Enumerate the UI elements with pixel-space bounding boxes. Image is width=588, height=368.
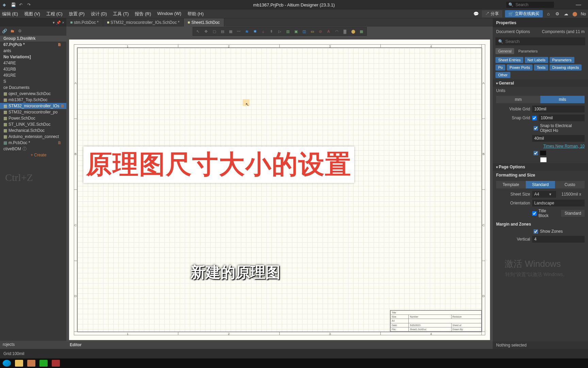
properties-search-input[interactable] [505,39,583,44]
taskbar-wps-icon[interactable] [52,360,60,367]
tree-node-selected[interactable]: ▦ STM32_microcontroller_IOs🗎 [0,103,66,109]
doc-tab[interactable]: stm.PcbDoc * [66,18,103,27]
orientation-combo[interactable]: Landscape [532,200,585,206]
tool-x1-icon[interactable]: ⬤ [349,28,357,35]
pill-net-labels[interactable]: Net Labels [525,57,548,63]
tool-align-icon[interactable]: ▤ [219,28,226,35]
panel-dropdown-icon[interactable]: ▾ [53,20,55,25]
menu-view[interactable]: 视图 (V) [24,11,40,17]
tool-text-icon[interactable]: A [325,28,332,35]
vertical-zones-input[interactable]: 4 [532,236,585,243]
link-icon[interactable]: 🔗 [2,29,7,33]
color-swatch-dark[interactable] [540,151,546,155]
folder-icon[interactable]: 🖿 [11,29,15,33]
tool-sheet-icon[interactable]: ▥ [284,28,292,35]
format-segmented[interactable]: Template Standard Custo [496,181,585,188]
project-node[interactable]: 67.PrjPcb *🗎 [0,42,66,48]
tool-harness-icon[interactable]: ◫ [300,28,308,35]
color-swatch-white[interactable] [540,157,546,162]
tool-distribute-icon[interactable]: ▦ [227,28,234,35]
settings-icon[interactable]: ⚙ [18,29,22,33]
projects-tab-button[interactable]: rojects [0,341,66,349]
global-search[interactable]: 🔍 [506,2,554,8]
visible-grid-input[interactable]: 100mil [532,106,585,112]
tree-node[interactable]: ▦ Power.SchDoc [0,115,66,121]
schematic-canvas[interactable]: 1234 1234 ABCD ABCD ↖ Title SizeNumbe [69,40,490,340]
menu-tools[interactable]: 工具 (T) [113,11,129,17]
save-icon[interactable]: 💾 [11,2,16,7]
tool-comp-icon[interactable]: ▓ [341,28,349,35]
tree-node[interactable]: ▦ ST_LINK_V3E.SchDoc [0,121,66,127]
minimize-button[interactable]: — [576,2,581,8]
pill-texts[interactable]: Texts [534,64,548,71]
tool-move-icon[interactable]: ✥ [202,28,210,35]
menu-project[interactable]: 工程 (C) [46,11,63,17]
panel-close-icon[interactable]: × [62,20,64,25]
pill-drawing[interactable]: Drawing objects [550,64,582,71]
snap-grid-input[interactable]: 100mil [539,114,585,121]
buy-button[interactable]: 🛒 立即在线购买 [505,10,543,17]
tool-power-icon[interactable]: ⇞ [268,28,275,35]
taskbar-wechat-icon[interactable] [39,360,48,367]
tab-parameters[interactable]: Parameters [516,48,540,54]
tool-net-icon[interactable]: ✱ [251,28,259,35]
menu-report[interactable]: 报告 (R) [135,11,151,17]
tool-cursor-icon[interactable]: ↖ [194,28,202,35]
tree-node[interactable]: 431RB [0,66,66,72]
taskbar-edge-icon[interactable] [3,360,11,367]
notif-icon[interactable]: ⬤ [572,11,578,17]
show-zones-check[interactable] [534,229,538,234]
tree-node[interactable]: 491RE [0,72,66,78]
tree-node[interactable]: ▦ Mechanical.SchDoc [0,127,66,134]
undo-icon[interactable]: ↶ [19,2,24,7]
taskbar-explorer-icon[interactable] [15,360,23,367]
menu-design[interactable]: 设计 (D) [91,11,107,17]
tree-node[interactable]: ▦ Arduino_extension_connect [0,134,66,140]
tree-node[interactable]: ▦ STM32_microcontroller_po [0,109,66,115]
font-row[interactable]: Times New Roman, 10 [493,143,588,150]
pill-power-ports[interactable]: Power Ports [507,64,533,71]
doc-tab[interactable]: STM32_microcontroller_IOs.SchDoc * [103,18,184,27]
title-block-check[interactable] [532,211,537,216]
pill-sheet-entries[interactable]: Sheet Entries [495,57,523,63]
pill-ports[interactable]: Po [495,64,505,71]
windows-taskbar[interactable] [0,358,588,368]
menu-window[interactable]: Window (W) [157,11,181,17]
tool-wire-icon[interactable]: 〰 [235,28,243,35]
workspace-node[interactable]: Group 1.DsnWrk [0,35,66,42]
color1-check[interactable] [534,151,538,155]
unit-mm[interactable]: mm [496,96,540,103]
section-general[interactable]: General [493,79,588,87]
sheet-size-combo[interactable]: A4▾ [532,191,556,198]
tool-noerc-icon[interactable]: ⊘ [317,28,324,35]
tree-node[interactable]: ▩ m.PcbDoc *🗎 [0,140,66,146]
seg-standard[interactable]: Standard [526,181,555,188]
pill-parameters[interactable]: Parameters [550,57,574,63]
taskbar-altium-icon[interactable] [27,360,35,367]
tree-node[interactable]: ce Documents [0,85,66,91]
doc-tab-active[interactable]: Sheet1.SchDoc [184,18,224,27]
editor-status-tab[interactable]: Editor [66,341,493,349]
tool-gnd-icon[interactable]: ⏚ [260,28,267,35]
tree-node[interactable]: ▦ oject_overview.SchDoc [0,91,66,97]
tree-node[interactable]: S [0,78,66,85]
properties-search[interactable]: 🔍 [495,37,585,45]
tool-part-icon[interactable]: ▷ [276,28,283,35]
gear-icon[interactable]: ⚙ [554,11,560,17]
comment-icon[interactable]: 💬 [473,11,479,17]
tool-bus-icon[interactable]: ≋ [243,28,251,35]
panel-pin-icon[interactable]: 📌 [56,20,61,25]
menu-place[interactable]: 放置 (P) [69,11,85,17]
seg-template[interactable]: Template [496,181,526,188]
title-block-combo[interactable]: Standard [561,210,585,217]
tree-node[interactable]: ctiveBOM ⓘ [0,146,66,152]
canvas-viewport[interactable]: 1234 1234 ABCD ABCD ↖ Title SizeNumbe [66,36,493,341]
tool-arc-icon[interactable]: ◠ [333,28,341,35]
tool-rect-icon[interactable]: ▢ [211,28,218,35]
cloud-icon[interactable]: ☁ [563,11,569,17]
share-button[interactable]: ↗ 分享 [482,10,502,17]
snap-electrical-check[interactable] [534,126,538,131]
pill-other[interactable]: Other [495,72,510,78]
snap-distance-input[interactable]: 40mil [532,135,585,142]
menu-edit[interactable]: 编辑 (E) [2,11,18,17]
